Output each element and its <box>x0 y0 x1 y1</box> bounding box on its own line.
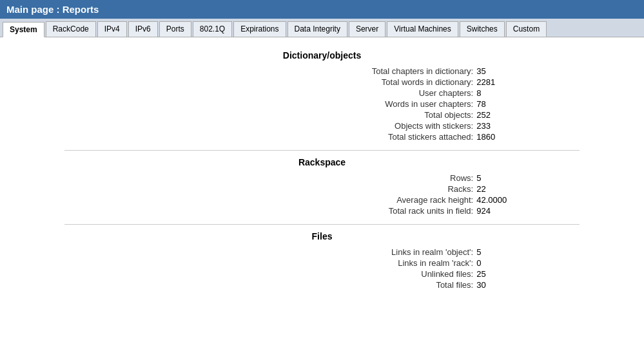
row-label: Average rack height: <box>315 195 476 205</box>
table-row: Unlinked files:25 <box>129 268 515 279</box>
divider-1 <box>64 150 580 151</box>
rackspace-table: Rows:5Racks:22Average rack height:42.000… <box>129 173 515 216</box>
row-label: Objects with stickers: <box>315 121 476 131</box>
tab-custom[interactable]: Custom <box>506 21 547 37</box>
table-row: Links in realm 'rack':0 <box>129 258 515 268</box>
row-value: 30 <box>476 280 515 290</box>
tab-ports[interactable]: Ports <box>159 21 191 37</box>
row-label: Words in user chapters: <box>315 99 476 109</box>
table-row: Links in realm 'object':5 <box>129 247 515 258</box>
row-label: Links in realm 'object': <box>315 247 476 257</box>
files-title: Files <box>0 231 644 241</box>
dictionary-table: Total chapters in dictionary:35Total wor… <box>129 66 515 142</box>
tab-802-1q[interactable]: 802.1Q <box>193 21 232 37</box>
row-label: Total objects: <box>315 110 476 120</box>
dictionary-title: Dictionary/objects <box>0 50 644 61</box>
tab-data-integrity[interactable]: Data Integrity <box>288 21 347 37</box>
tab-virtual-machines[interactable]: Virtual Machines <box>387 21 458 37</box>
table-row: Total files:30 <box>129 279 515 290</box>
row-label: User chapters: <box>315 88 476 98</box>
row-label: Rows: <box>315 173 476 183</box>
tab-bar: SystemRackCodeIPv4IPv6Ports802.1QExpirat… <box>0 19 644 37</box>
tab-server[interactable]: Server <box>349 21 385 37</box>
row-value: 0 <box>476 258 515 268</box>
row-label: Total rack units in field: <box>315 206 476 216</box>
table-row: Total stickers attached:1860 <box>129 131 515 142</box>
table-row: User chapters:8 <box>129 88 515 99</box>
row-value: 42.0000 <box>476 195 515 205</box>
row-label: Total chapters in dictionary: <box>315 66 476 76</box>
tab-ipv4[interactable]: IPv4 <box>97 21 127 37</box>
table-row: Average rack height:42.0000 <box>129 194 515 205</box>
row-value: 2281 <box>476 77 515 87</box>
tab-expirations[interactable]: Expirations <box>233 21 286 37</box>
row-value: 22 <box>476 184 515 194</box>
table-row: Objects with stickers:233 <box>129 120 515 131</box>
row-label: Unlinked files: <box>315 269 476 279</box>
tab-system[interactable]: System <box>3 22 44 37</box>
table-row: Total rack units in field:924 <box>129 205 515 216</box>
tab-ipv6[interactable]: IPv6 <box>128 21 158 37</box>
divider-2 <box>64 224 580 225</box>
row-label: Links in realm 'rack': <box>315 258 476 268</box>
row-value: 25 <box>476 269 515 279</box>
row-value: 5 <box>476 173 515 183</box>
row-value: 233 <box>476 121 515 131</box>
row-label: Total words in dictionary: <box>315 77 476 87</box>
section-dictionary: Dictionary/objects Total chapters in dic… <box>0 50 644 142</box>
row-label: Total files: <box>315 280 476 290</box>
table-row: Total objects:252 <box>129 109 515 120</box>
row-label: Total stickers attached: <box>315 132 476 142</box>
row-value: 35 <box>476 66 515 76</box>
row-label: Racks: <box>315 184 476 194</box>
table-row: Words in user chapters:78 <box>129 99 515 109</box>
main-content: Dictionary/objects Total chapters in dic… <box>0 37 644 303</box>
page-header: Main page : Reports <box>0 0 644 19</box>
section-files: Files Links in realm 'object':5Links in … <box>0 231 644 290</box>
row-value: 1860 <box>476 132 515 142</box>
tab-switches[interactable]: Switches <box>460 21 505 37</box>
row-value: 924 <box>476 206 515 216</box>
table-row: Racks:22 <box>129 184 515 194</box>
table-row: Total chapters in dictionary:35 <box>129 66 515 77</box>
table-row: Total words in dictionary:2281 <box>129 77 515 88</box>
rackspace-title: Rackspace <box>0 157 644 167</box>
files-table: Links in realm 'object':5Links in realm … <box>129 247 515 290</box>
row-value: 78 <box>476 99 515 109</box>
tab-rackcode[interactable]: RackCode <box>46 21 96 37</box>
row-value: 8 <box>476 88 515 98</box>
row-value: 5 <box>476 247 515 257</box>
table-row: Rows:5 <box>129 173 515 184</box>
row-value: 252 <box>476 110 515 120</box>
section-rackspace: Rackspace Rows:5Racks:22Average rack hei… <box>0 157 644 216</box>
page-title: Main page : Reports <box>6 4 99 15</box>
